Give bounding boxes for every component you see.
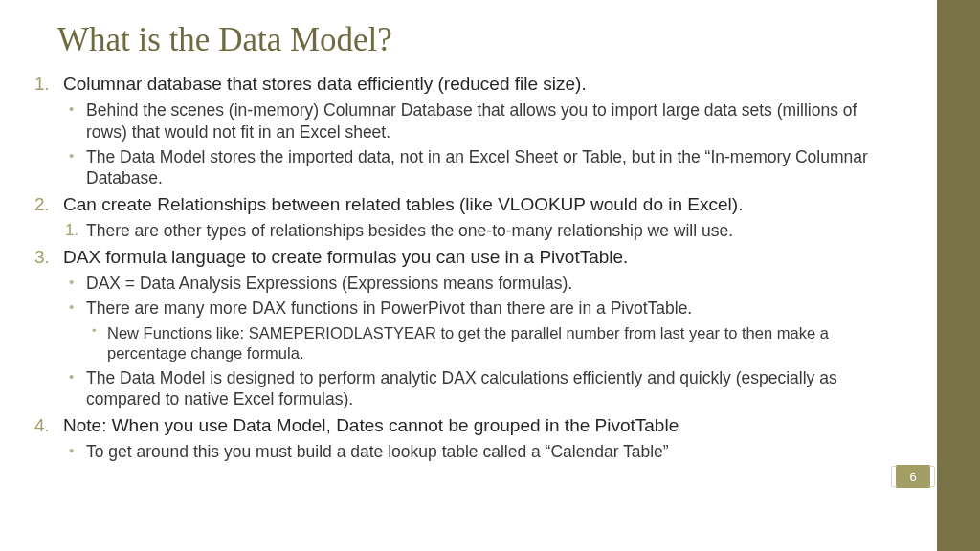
sub-item-text: Behind the scenes (in-memory) Columnar D… [86,100,857,141]
sub-item: Behind the scenes (in-memory) Columnar D… [63,99,887,143]
bracket-right-decoration [929,466,935,487]
sub-item: There are other types of relationships b… [63,220,887,241]
sub-item-text: There are other types of relationships b… [86,221,733,240]
sub-item-text: DAX = Data Analysis Expressions (Express… [86,274,572,293]
sub-item-text: The Data Model stores the imported data,… [86,147,868,187]
slide-title: What is the Data Model? [57,21,887,59]
bracket-left-decoration [891,466,897,487]
sub-sub-item-text: New Functions like: SAMEPERIODLASTYEAR t… [107,324,829,362]
list-item-text: Note: When you use Data Model, Dates can… [63,415,679,435]
sub-list: There are other types of relationships b… [63,220,887,241]
list-item: Note: When you use Data Model, Dates can… [63,414,887,463]
sub-list: DAX = Data Analysis Expressions (Express… [63,273,887,410]
list-item-text: Columnar database that stores data effic… [63,74,587,94]
page-number: 6 [909,470,916,484]
sub-item: DAX = Data Analysis Expressions (Express… [63,273,887,294]
main-list: Columnar database that stores data effic… [63,73,887,462]
sub-item-text: To get around this you must build a date… [86,442,669,461]
list-item: Columnar database that stores data effic… [63,73,887,189]
list-item: DAX formula language to create formulas … [63,246,887,410]
sub-item-text: There are many more DAX functions in Pow… [86,298,692,318]
sub-sub-list: New Functions like: SAMEPERIODLASTYEAR t… [86,323,887,364]
page-number-badge: 6 [896,465,930,488]
sub-list: To get around this you must build a date… [63,441,887,462]
list-item: Can create Relationships between related… [63,193,887,242]
list-item-text: Can create Relationships between related… [63,194,743,214]
sub-item-text: The Data Model is designed to perform an… [86,368,837,408]
sub-item: There are many more DAX functions in Pow… [63,298,887,364]
side-accent-bar [937,0,980,551]
sub-item: The Data Model stores the imported data,… [63,146,887,189]
sub-list: Behind the scenes (in-memory) Columnar D… [63,99,887,189]
slide-content: What is the Data Model? Columnar databas… [0,0,933,551]
list-item-text: DAX formula language to create formulas … [63,247,628,267]
sub-sub-item: New Functions like: SAMEPERIODLASTYEAR t… [86,323,887,364]
sub-item: To get around this you must build a date… [63,441,887,462]
sub-item: The Data Model is designed to perform an… [63,367,887,410]
